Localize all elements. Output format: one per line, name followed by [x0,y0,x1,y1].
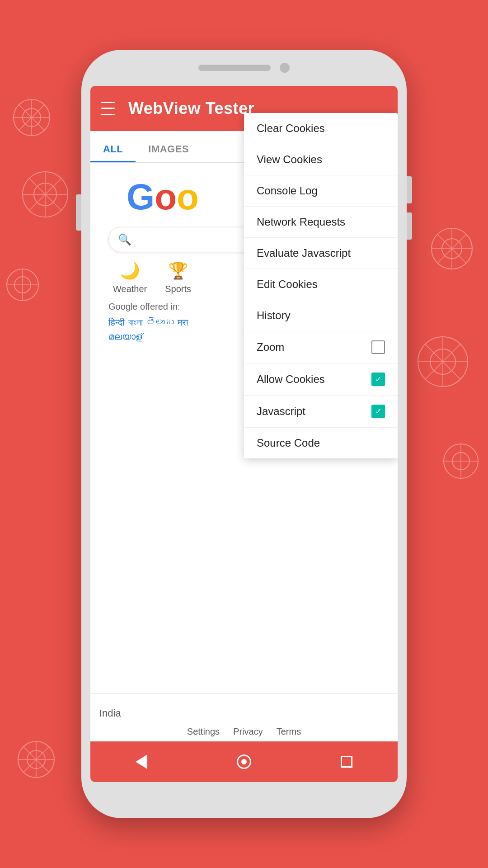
zoom-checkbox[interactable] [371,340,385,354]
allow-cookies-checkbox[interactable]: ✓ [371,373,385,386]
recent-button[interactable] [335,750,358,773]
menu-item-evaluate-javascript[interactable]: Evaluate Javascript [244,238,398,269]
speaker [198,65,271,71]
footer-settings[interactable]: Settings [187,726,220,737]
menu-item-edit-cookies[interactable]: Edit Cookies [244,269,398,300]
menu-label-zoom: Zoom [257,341,284,354]
weather-shortcut[interactable]: 🌙 Weather [113,261,147,294]
weather-icon: 🌙 [120,261,140,280]
menu-label-edit-cookies: Edit Cookies [257,278,318,291]
menu-label-history: History [257,309,291,322]
menu-label-network-requests: Network Requests [257,216,345,228]
tab-images[interactable]: IMAGES [136,136,202,162]
app-title: WebView Tester [128,99,254,118]
recent-icon [341,756,352,768]
tab-all[interactable]: ALL [90,136,136,162]
back-button[interactable] [130,750,153,773]
menu-item-javascript[interactable]: Javascript ✓ [244,396,398,428]
back-icon [136,755,147,769]
power-button-2 [407,212,412,240]
menu-item-network-requests[interactable]: Network Requests [244,207,398,238]
menu-item-source-code[interactable]: Source Code [244,428,398,458]
phone-notch [81,50,407,86]
home-button[interactable] [233,750,255,773]
home-icon [237,755,251,769]
google-letter-o1: o [155,176,177,218]
power-button [407,176,412,203]
phone-screen: WebView Tester ALL IMAGES G o o 🔍 🌙 [90,86,398,782]
phone-frame: WebView Tester ALL IMAGES G o o 🔍 🌙 [81,50,407,818]
lang-bangla[interactable]: বাংলা [128,317,143,328]
menu-label-evaluate-javascript: Evaluate Javascript [257,247,351,259]
volume-button [76,194,81,231]
lang-hindi[interactable]: हिन्दी [108,317,125,328]
menu-label-javascript: Javascript [257,405,305,418]
menu-item-view-cookies[interactable]: View Cookies [244,144,398,175]
menu-label-clear-cookies: Clear Cookies [257,122,325,135]
lang-marathi[interactable]: मरा [178,317,188,328]
google-letter-g: G [127,176,155,218]
menu-label-console-log: Console Log [257,184,318,197]
footer-links: Settings Privacy Terms [99,726,389,737]
menu-item-console-log[interactable]: Console Log [244,175,398,207]
menu-label-allow-cookies: Allow Cookies [257,373,325,386]
webview-footer: India Settings Privacy Terms [90,693,398,741]
dropdown-menu: Clear Cookies View Cookies Console Log N… [244,113,398,458]
hamburger-line-2 [101,108,115,109]
lang-malayalam[interactable]: മലയാള് [108,331,142,342]
menu-item-history[interactable]: History [244,300,398,331]
footer-privacy[interactable]: Privacy [233,726,263,737]
google-letter-o2: o [177,176,199,218]
menu-label-source-code: Source Code [257,437,320,449]
lang-telugu[interactable]: తెలుగు [146,317,174,328]
hamburger-line-1 [101,102,115,103]
hamburger-menu-button[interactable] [101,99,119,118]
footer-terms[interactable]: Terms [277,726,301,737]
hamburger-line-3 [101,114,115,115]
sports-shortcut[interactable]: 🏆 Sports [165,261,191,294]
menu-item-zoom[interactable]: Zoom [244,331,398,363]
menu-item-allow-cookies[interactable]: Allow Cookies ✓ [244,363,398,396]
menu-item-clear-cookies[interactable]: Clear Cookies [244,113,398,144]
weather-label: Weather [113,284,147,294]
sports-icon: 🏆 [168,261,188,280]
camera [280,63,290,73]
sports-label: Sports [165,284,191,294]
footer-country: India [99,708,389,719]
search-icon: 🔍 [118,233,131,246]
bottom-nav [90,741,398,782]
menu-label-view-cookies: View Cookies [257,153,322,166]
javascript-checkbox[interactable]: ✓ [371,405,385,418]
